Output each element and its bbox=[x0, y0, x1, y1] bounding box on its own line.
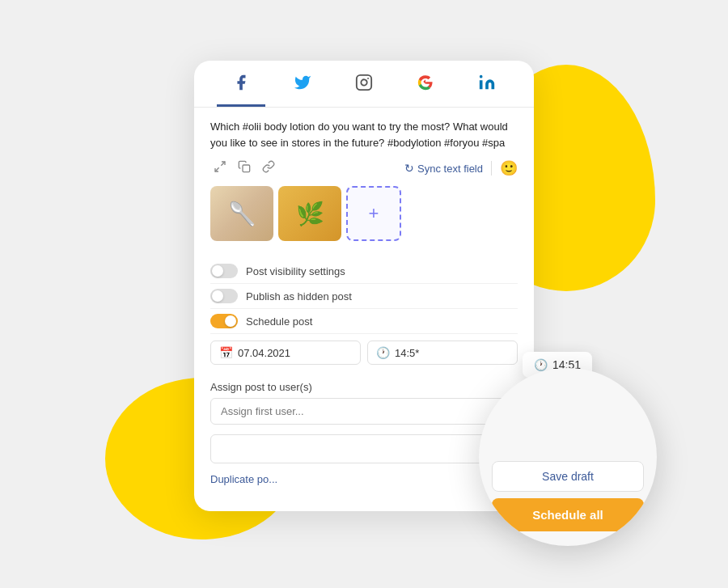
duplicate-button[interactable]: Duplicate po... bbox=[210, 470, 277, 489]
popup-clock-icon: 🕐 bbox=[534, 358, 548, 371]
sync-icon: ↻ bbox=[404, 162, 414, 175]
magnify-inner: Save draft Schedule all bbox=[479, 461, 657, 531]
assign-section: Assign post to user(s) bbox=[194, 378, 534, 431]
assign-user-input[interactable] bbox=[210, 398, 518, 425]
schedule-all-button[interactable]: Schedule all bbox=[492, 498, 644, 531]
time-value: 14:5* bbox=[395, 347, 419, 359]
schedule-label: Schedule post bbox=[246, 315, 312, 328]
magnify-circle: Save draft Schedule all bbox=[479, 368, 657, 546]
instagram-icon bbox=[355, 74, 373, 95]
google-icon bbox=[417, 74, 434, 95]
svg-line-4 bbox=[221, 162, 225, 166]
tab-instagram[interactable] bbox=[340, 74, 388, 107]
expand-button[interactable] bbox=[210, 159, 230, 178]
schedule-toggle[interactable] bbox=[210, 314, 238, 328]
twitter-icon bbox=[294, 74, 311, 95]
visibility-row: Post visibility settings bbox=[210, 259, 518, 284]
date-time-row: 📅 07.04.2021 🕐 14:5* bbox=[210, 341, 518, 365]
toolbar-divider bbox=[491, 161, 492, 176]
hidden-label: Publish as hidden post bbox=[246, 290, 352, 302]
post-content-area: Which #olii body lotion do you want to t… bbox=[194, 108, 534, 259]
image-thumbnail-2[interactable] bbox=[278, 186, 341, 241]
time-input[interactable]: 🕐 14:5* bbox=[367, 341, 518, 365]
visibility-label: Post visibility settings bbox=[246, 265, 345, 277]
image-thumbnail-1[interactable] bbox=[210, 186, 273, 241]
svg-rect-2 bbox=[480, 80, 483, 89]
copy-button[interactable] bbox=[235, 159, 254, 178]
schedule-row: Schedule post bbox=[210, 309, 518, 334]
hidden-post-row: Publish as hidden post bbox=[210, 284, 518, 309]
linkedin-icon bbox=[478, 74, 496, 95]
image-gallery: + bbox=[210, 186, 518, 241]
post-text: Which #olii body lotion do you want to t… bbox=[210, 119, 518, 150]
tabs-bar bbox=[194, 61, 534, 108]
emoji-button[interactable]: 🙂 bbox=[500, 159, 518, 177]
tab-facebook[interactable] bbox=[217, 74, 265, 107]
empty-input bbox=[210, 434, 518, 463]
date-input[interactable]: 📅 07.04.2021 bbox=[210, 341, 361, 365]
tab-twitter[interactable] bbox=[278, 74, 327, 107]
hidden-toggle[interactable] bbox=[210, 289, 238, 303]
add-image-button[interactable]: + bbox=[346, 186, 401, 241]
tab-linkedin[interactable] bbox=[463, 74, 511, 107]
link-button[interactable] bbox=[259, 159, 278, 178]
clock-icon: 🕐 bbox=[376, 346, 390, 359]
svg-line-5 bbox=[215, 167, 219, 171]
visibility-toggle[interactable] bbox=[210, 264, 238, 278]
facebook-icon bbox=[232, 74, 250, 95]
settings-section: Post visibility settings Publish as hidd… bbox=[194, 259, 534, 334]
svg-point-3 bbox=[480, 75, 483, 78]
svg-rect-6 bbox=[243, 165, 250, 172]
tab-google[interactable] bbox=[401, 74, 450, 107]
calendar-icon: 📅 bbox=[219, 346, 233, 359]
editor-toolbar: ↻ Sync text field 🙂 bbox=[210, 159, 518, 178]
assign-label: Assign post to user(s) bbox=[210, 381, 518, 393]
sync-text-button[interactable]: ↻ Sync text field bbox=[404, 162, 483, 175]
save-draft-button[interactable]: Save draft bbox=[492, 461, 644, 492]
svg-rect-0 bbox=[357, 75, 371, 90]
schedule-section: 📅 07.04.2021 🕐 14:5* bbox=[194, 334, 534, 378]
date-value: 07.04.2021 bbox=[238, 347, 290, 359]
